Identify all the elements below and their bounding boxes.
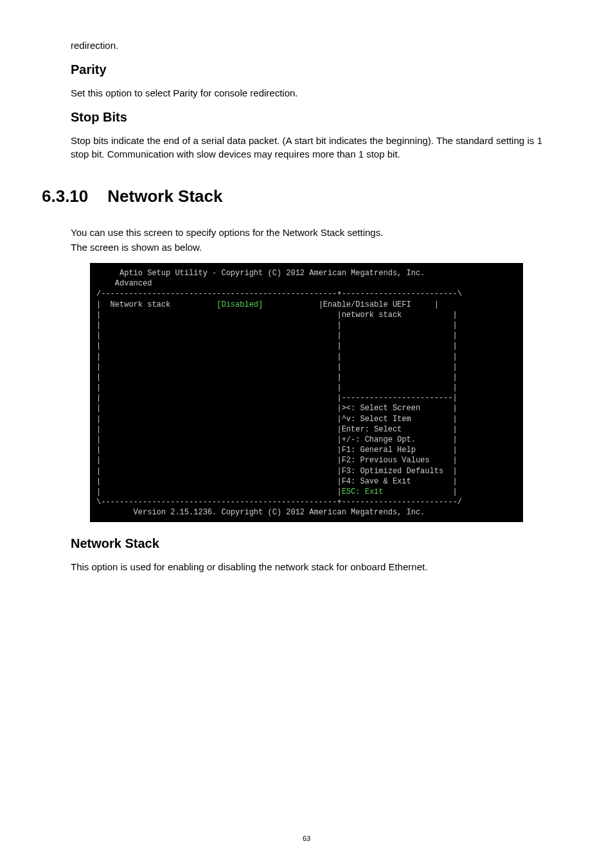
- ns-intro-line1: You can use this screen to specify optio…: [71, 226, 542, 239]
- network-stack-body: This option is used for enabling or disa…: [71, 560, 542, 574]
- bios-row-help1: |Enable/Disable UEFI |: [263, 300, 439, 309]
- bios-title: Aptio Setup Utility - Copyright (C) 2012…: [96, 269, 425, 278]
- bios-help-enter: | |Enter: Select |: [96, 425, 458, 434]
- bios-top-hr: /---------------------------------------…: [96, 289, 462, 298]
- bios-help-select-item: | |^v: Select Item |: [96, 415, 458, 424]
- bios-blank-5: | | |: [96, 363, 458, 372]
- intro-trailing: redirection.: [71, 39, 542, 52]
- bios-footer: Version 2.15.1236. Copyright (C) 2012 Am…: [96, 508, 425, 517]
- bios-mid-hr: | |------------------------|: [96, 393, 458, 402]
- ns-intro-line2: The screen is shown as below.: [71, 240, 542, 254]
- bios-help-f1: | |F1: General Help |: [96, 446, 458, 455]
- parity-body: Set this option to select Parity for con…: [71, 86, 542, 100]
- page-number: 63: [0, 835, 613, 842]
- bios-help-esc: ESC: Exit: [342, 487, 384, 496]
- bios-blank-2: | | |: [96, 331, 458, 340]
- bios-screenshot: Aptio Setup Utility - Copyright (C) 2012…: [90, 263, 523, 522]
- heading-stop-bits: Stop Bits: [71, 110, 542, 125]
- bios-blank-7: | | |: [96, 383, 458, 392]
- stop-bits-body: Stop bits indicate the end of a serial d…: [71, 134, 542, 161]
- bios-help-esc-post: |: [383, 487, 457, 496]
- bios-blank-6: | | |: [96, 373, 458, 382]
- bios-tab: Advanced: [96, 279, 152, 288]
- bios-blank-1: | | |: [96, 321, 458, 330]
- bios-help-f2: | |F2: Previous Values |: [96, 456, 458, 465]
- bios-row-help2: | |network stack |: [96, 311, 458, 320]
- bios-help-f3: | |F3: Optimized Defaults |: [96, 467, 458, 476]
- heading-network-stack-sub: Network Stack: [71, 536, 542, 551]
- bios-blank-3: | | |: [96, 341, 458, 350]
- section-heading-network-stack: 6.3.10 Network Stack: [42, 186, 542, 206]
- section-number: 6.3.10: [42, 186, 88, 206]
- section-title: Network Stack: [107, 186, 222, 206]
- heading-parity: Parity: [71, 62, 542, 77]
- bios-help-change: | |+/-: Change Opt. |: [96, 435, 458, 444]
- bios-help-select-screen: | |><: Select Screen |: [96, 404, 458, 413]
- bios-blank-4: | | |: [96, 352, 458, 361]
- bios-bot-hr: \---------------------------------------…: [96, 498, 462, 507]
- bios-row-label: | Network stack: [96, 300, 170, 309]
- bios-help-f4: | |F4: Save & Exit |: [96, 477, 458, 486]
- bios-row-value: [Disabled]: [170, 300, 263, 309]
- bios-help-esc-pre: | |: [96, 487, 342, 496]
